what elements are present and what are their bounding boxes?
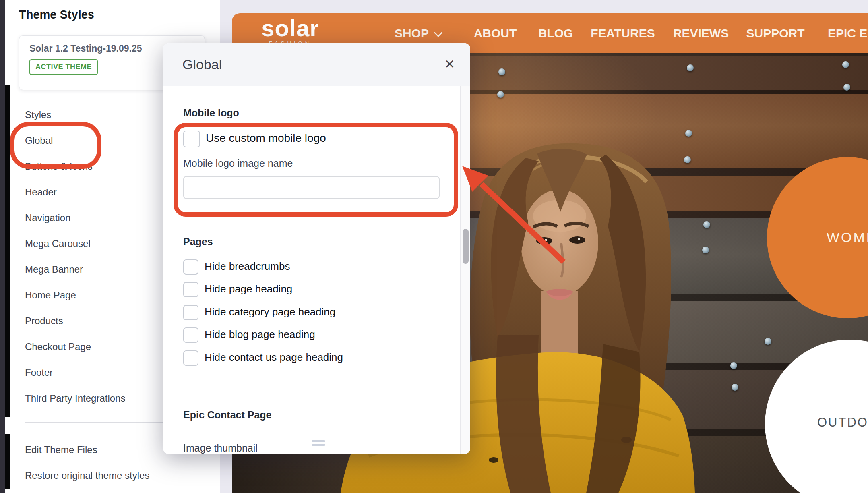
modal-resize-handle[interactable] (312, 440, 325, 447)
mobile-logo-image-name-label: Mobile logo image name (183, 157, 293, 169)
nav-item-features[interactable]: FEATURES (591, 13, 655, 53)
section-heading-epic-contact-page: Epic Contact Page (183, 409, 272, 421)
section-heading-mobile-logo: Mobile logo (183, 107, 239, 119)
page-title: Theme Styles (19, 8, 94, 21)
checkbox-label: Hide category page heading (205, 305, 335, 319)
checkbox-label: Hide breadcrumbs (205, 259, 290, 273)
checkbox-label: Hide blog page heading (205, 327, 315, 341)
chevron-down-icon (434, 29, 442, 37)
app-left-rail (0, 0, 5, 493)
section-heading-pages: Pages (183, 236, 213, 248)
image-thumbnail-label: Image thumbnail (183, 442, 258, 454)
modal-scrollbar-track[interactable] (460, 86, 470, 454)
nav-item-epic-examples[interactable]: EPIC EX (828, 13, 868, 53)
category-label: OUTDOOR (817, 415, 868, 430)
restore-theme-styles-link[interactable]: Restore original theme styles (25, 463, 149, 489)
nav-item-about[interactable]: ABOUT (474, 13, 517, 53)
logo-text: solar (248, 16, 333, 41)
checkbox-label: Hide page heading (205, 282, 292, 296)
checkbox-label: Hide contact us page heading (205, 350, 343, 364)
theme-editor-screen: Theme Styles Solar 1.2 Testing-19.09.25 … (0, 0, 868, 493)
modal-scrollbar-thumb[interactable] (463, 229, 469, 264)
global-settings-modal: Global ✕ Mobile logo Use custom mobile l… (163, 43, 470, 454)
storefront-logo[interactable]: solar FASHION (248, 16, 333, 46)
hide-category-page-heading-checkbox[interactable] (183, 305, 198, 320)
panel-edge-strip (5, 434, 10, 489)
hide-blog-page-heading-checkbox[interactable] (183, 327, 198, 343)
nav-item-support[interactable]: SUPPORT (746, 13, 804, 53)
modal-title: Global (182, 43, 222, 86)
nav-item-blog[interactable]: BLOG (538, 13, 573, 53)
close-icon[interactable]: ✕ (441, 43, 458, 86)
hide-breadcrumbs-checkbox[interactable] (183, 259, 198, 275)
use-custom-mobile-logo-checkbox[interactable] (183, 130, 200, 147)
mobile-logo-image-name-input[interactable] (183, 176, 440, 199)
checkbox-label: Use custom mobile logo (206, 130, 326, 146)
edit-theme-files-link[interactable]: Edit Theme Files (25, 437, 97, 463)
hide-contact-us-page-heading-checkbox[interactable] (183, 350, 198, 366)
panel-edge-strip (5, 85, 10, 417)
theme-name: Solar 1.2 Testing-19.09.25 (29, 43, 142, 54)
modal-header: Global ✕ (163, 43, 470, 86)
category-label: WOMEN (827, 230, 868, 245)
active-theme-badge: ACTIVE THEME (29, 59, 98, 75)
hide-page-heading-checkbox[interactable] (183, 282, 198, 297)
nav-item-reviews[interactable]: REVIEWS (673, 13, 729, 53)
